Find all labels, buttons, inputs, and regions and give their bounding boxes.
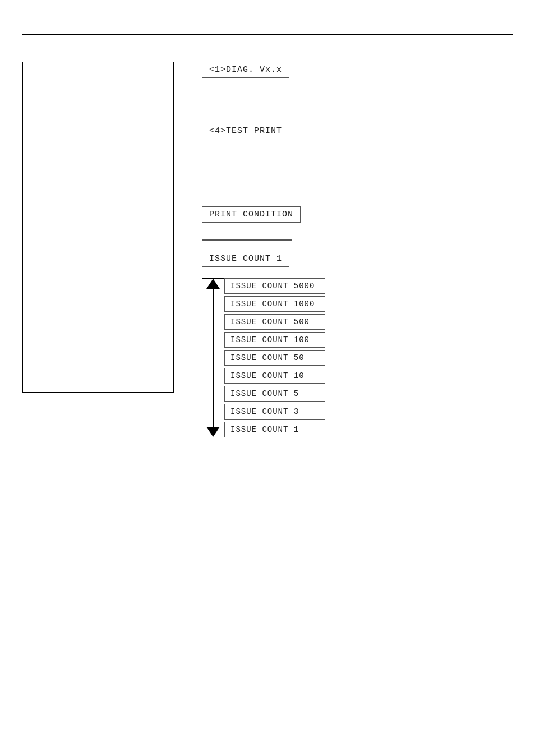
issue-count-current: ISSUE COUNT 1 [202, 251, 289, 267]
arrow-up-icon [206, 279, 220, 289]
dropdown-item-1[interactable]: ISSUE COUNT 1000 [224, 296, 325, 312]
dropdown-item-6[interactable]: ISSUE COUNT 5 [224, 386, 325, 402]
dropdown-item-4[interactable]: ISSUE COUNT 50 [224, 350, 325, 366]
right-content-area: <1>DIAG. Vx.x <4>TEST PRINT PRINT CONDIT… [202, 62, 325, 437]
print-condition-section: PRINT CONDITION [202, 206, 325, 223]
print-condition-menu-item: PRINT CONDITION [202, 206, 301, 223]
dropdown-item-8[interactable]: ISSUE COUNT 1 [224, 422, 325, 437]
dropdown-item-0[interactable]: ISSUE COUNT 5000 [224, 278, 325, 294]
test-print-menu-item: <4>TEST PRINT [202, 123, 289, 139]
arrow-down-icon [206, 427, 220, 437]
dropdown-area: ISSUE COUNT 5000ISSUE COUNT 1000ISSUE CO… [202, 278, 325, 437]
separator-bar [202, 239, 292, 241]
device-display-panel [22, 62, 174, 393]
diag-menu-item: <1>DIAG. Vx.x [202, 62, 289, 78]
dropdown-item-5[interactable]: ISSUE COUNT 10 [224, 368, 325, 384]
diag-section: <1>DIAG. Vx.x [202, 62, 325, 78]
scroll-arrow-box [202, 278, 224, 437]
top-border-rule [22, 34, 513, 35]
dropdown-item-7[interactable]: ISSUE COUNT 3 [224, 404, 325, 420]
dropdown-item-3[interactable]: ISSUE COUNT 100 [224, 332, 325, 348]
test-print-section: <4>TEST PRINT [202, 123, 325, 139]
dropdown-item-2[interactable]: ISSUE COUNT 500 [224, 314, 325, 330]
arrow-line [213, 289, 214, 427]
issue-count-dropdown-list: ISSUE COUNT 5000ISSUE COUNT 1000ISSUE CO… [224, 278, 325, 437]
issue-count-section: ISSUE COUNT 1 [202, 251, 325, 267]
